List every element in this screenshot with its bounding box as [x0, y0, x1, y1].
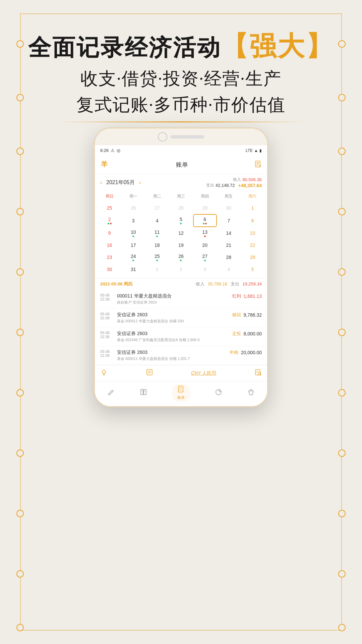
bill-nav-icon — [177, 385, 185, 394]
cal-day-26-prev[interactable]: 26 — [121, 202, 145, 214]
cal-day-22[interactable]: 22 — [241, 239, 264, 251]
cal-day-31[interactable]: 31 — [121, 263, 145, 275]
net-value: +48,357.64 — [238, 183, 262, 188]
status-battery-icon: ▮ — [259, 148, 262, 153]
cal-day-30-prev[interactable]: 30 — [217, 202, 241, 214]
transaction-list: 05-06 22:38 000011 华夏大盘精选混合 收款账户 安信证券 26… — [95, 290, 267, 365]
status-left: 6:26 ⚠ ◎ — [100, 148, 120, 153]
cal-day-13[interactable]: 13 — [193, 227, 217, 239]
nav-item-edit[interactable] — [107, 388, 115, 397]
header-underline — [58, 121, 304, 122]
selected-date-label: 2021-05-06 周四 — [100, 281, 132, 287]
cal-day-25-prev[interactable]: 25 — [98, 202, 121, 214]
cal-day-3[interactable]: 3 — [121, 214, 145, 227]
trans-name-2: 安信证券 2603 — [117, 312, 232, 318]
nav-item-stats[interactable] — [140, 388, 147, 397]
cal-day-2-next[interactable]: 2 — [169, 263, 193, 275]
bulb-button[interactable] — [100, 369, 108, 378]
deco-circle — [16, 389, 24, 396]
svg-point-17 — [258, 372, 261, 375]
calendar-month: 2021年05月 — [106, 179, 135, 186]
trans-datetime-1: 05-06 22:38 — [100, 293, 114, 301]
cal-day-5[interactable]: 5 — [169, 214, 193, 227]
sel-income-value: 35,799.18 — [208, 281, 227, 286]
cal-day-27[interactable]: 27 — [193, 251, 217, 263]
deco-circle — [338, 624, 346, 631]
cal-day-17[interactable]: 17 — [121, 239, 145, 251]
svg-rect-21 — [141, 389, 143, 395]
cal-day-16[interactable]: 16 — [98, 239, 121, 251]
cal-day-10[interactable]: 10 — [121, 227, 145, 239]
calendar-grid: 周日 周一 周二 周三 周四 周五 周六 25 26 27 28 29 30 1… — [95, 191, 267, 278]
deco-circle — [16, 449, 24, 457]
cal-day-2[interactable]: 2 — [98, 214, 121, 227]
search-button[interactable] — [254, 369, 262, 378]
trans-tag-2: 赎回 — [232, 312, 241, 318]
status-warning-icon: ⚠ — [111, 148, 115, 153]
cal-day-5-next[interactable]: 5 — [241, 263, 264, 275]
cal-day-28[interactable]: 28 — [217, 251, 241, 263]
header-line2: 收支·借贷·投资·经营·生产 — [27, 66, 335, 92]
cal-day-1-next[interactable]: 1 — [145, 263, 169, 275]
cal-day-3-next[interactable]: 3 — [193, 263, 217, 275]
prev-month-button[interactable]: ‹ — [100, 179, 102, 186]
transaction-item-4[interactable]: 05-06 22:38 安信证券 2603 基金 000011 华夏大盘精选混合… — [95, 346, 267, 365]
trans-sub-1: 收款账户 安信证券 2603 — [117, 300, 232, 305]
app-title: 账单 — [176, 161, 188, 169]
nav-item-chart[interactable] — [215, 388, 222, 397]
currency-selector[interactable]: CNY 人民币 — [191, 370, 216, 376]
weekday-mon: 周一 — [121, 192, 145, 201]
cal-day-11[interactable]: 11 — [145, 227, 169, 239]
cal-day-27-prev[interactable]: 27 — [145, 202, 169, 214]
nav-item-gem[interactable] — [247, 388, 255, 397]
cal-day-21[interactable]: 21 — [217, 239, 241, 251]
weekday-thu: 周四 — [193, 192, 217, 201]
cal-day-28-prev[interactable]: 28 — [169, 202, 193, 214]
next-month-button[interactable]: › — [139, 179, 141, 186]
calendar-summary: 收入 90,506.36 支出 42,148.72 +48,357.64 — [206, 177, 262, 188]
cal-day-1[interactable]: 1 — [241, 202, 264, 214]
cal-day-18[interactable]: 18 — [145, 239, 169, 251]
cal-day-29-prev[interactable]: 29 — [193, 202, 217, 214]
search-icon — [254, 369, 262, 376]
deco-circle — [16, 208, 24, 215]
cal-day-23[interactable]: 23 — [98, 251, 121, 263]
deco-circle — [16, 148, 24, 155]
svg-marker-31 — [249, 389, 253, 392]
cal-day-19[interactable]: 19 — [169, 239, 193, 251]
cal-day-20[interactable]: 20 — [193, 239, 217, 251]
transaction-item-2[interactable]: 05-06 22:38 安信证券 2603 基金 000011 华夏大盘精选混合… — [95, 309, 267, 327]
cal-day-14[interactable]: 14 — [217, 227, 241, 239]
cal-day-6-today[interactable]: 6 — [193, 214, 217, 227]
weekday-fri: 周五 — [217, 192, 241, 201]
transaction-item-3[interactable]: 05-06 22:38 安信证券 2603 基金 002446 广发利鑫灵活配置… — [95, 327, 267, 346]
phone-top-bar — [95, 128, 267, 145]
cal-day-15[interactable]: 15 — [241, 227, 264, 239]
cal-day-12[interactable]: 12 — [169, 227, 193, 239]
weekday-tue: 周二 — [145, 192, 169, 201]
cal-day-24[interactable]: 24 — [121, 251, 145, 263]
calendar-nav: ‹ 2021年05月 › 收入 90,506.36 支出 42,148.72 +… — [95, 174, 267, 191]
cal-day-8[interactable]: 8 — [241, 214, 264, 227]
cal-day-7[interactable]: 7 — [217, 214, 241, 227]
list-view-button[interactable] — [146, 369, 153, 378]
cal-day-29[interactable]: 29 — [241, 251, 264, 263]
cal-day-25[interactable]: 25 — [145, 251, 169, 263]
nav-item-bill[interactable]: 账单 — [172, 384, 190, 401]
logo-icon: 羊 — [100, 159, 110, 168]
deco-circle — [338, 268, 346, 276]
edit-button[interactable] — [254, 160, 262, 169]
cal-day-4[interactable]: 4 — [145, 214, 169, 227]
cal-day-4-next[interactable]: 4 — [217, 263, 241, 275]
cal-day-26[interactable]: 26 — [169, 251, 193, 263]
trans-name-4: 安信证券 2603 — [117, 350, 230, 356]
calendar-body: 25 26 27 28 29 30 1 2 3 4 5 6 7 8 — [98, 202, 264, 275]
cal-day-30[interactable]: 30 — [98, 263, 121, 275]
trans-amount-row-3: 定投 8,000.00 — [232, 331, 262, 337]
trans-main-4: 安信证券 2603 基金 000011 华夏大盘精选混合 份额 1,001.7 … — [117, 350, 262, 361]
deco-circle — [338, 570, 346, 578]
income-row: 收入 90,506.36 — [206, 177, 262, 182]
transaction-item-1[interactable]: 05-06 22:38 000011 华夏大盘精选混合 收款账户 安信证券 26… — [95, 290, 267, 309]
cal-day-9[interactable]: 9 — [98, 227, 121, 239]
border-bottom — [20, 630, 342, 631]
